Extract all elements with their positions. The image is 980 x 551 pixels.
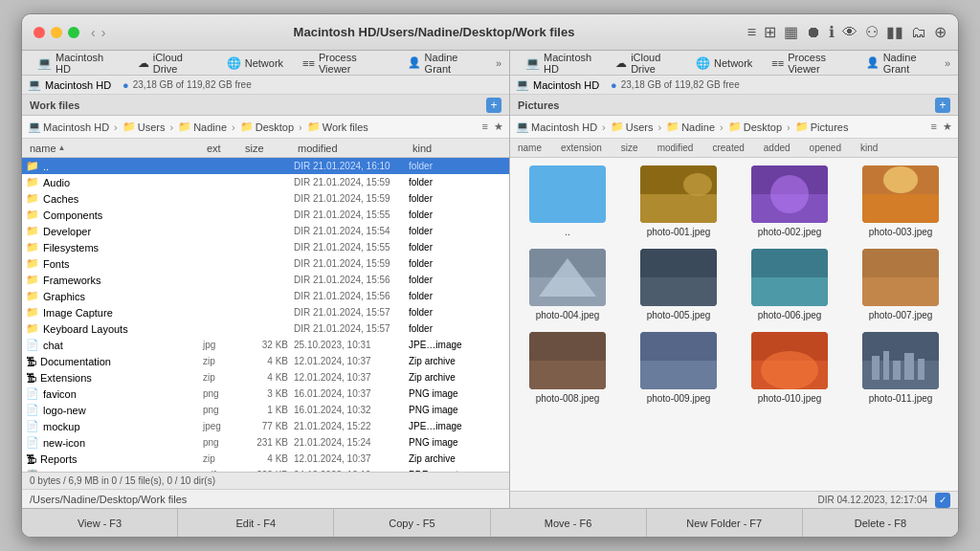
picture-item[interactable]: photo-010.jpeg [740,332,839,404]
right-tab-process[interactable]: ≡≡ Process Viewer [764,51,854,77]
more-icon[interactable]: ⊕ [934,23,947,41]
file-row[interactable]: 📁 Developer DIR 21.01.2024, 15:54 folder [22,223,509,239]
file-row[interactable]: 📄 mockup jpeg 77 KB 21.01.2024, 15:22 JP… [22,418,509,434]
column-view-icon[interactable]: ⊞ [764,23,776,41]
picture-item[interactable]: .. [518,165,617,237]
col-modified-header[interactable]: modified [294,143,409,154]
picture-item[interactable]: photo-004.jpeg [518,249,617,320]
binoculars-icon[interactable]: ⚇ [865,23,879,41]
file-row[interactable]: 📄 new-icon png 231 KB 21.01.2024, 15:24 … [22,434,509,451]
file-row[interactable]: 📁 Fonts DIR 21.01.2024, 15:59 folder [22,255,509,272]
toolbar-move-btn[interactable]: Move - F6 [491,509,647,537]
picture-item[interactable]: photo-005.jpeg [629,249,728,320]
file-name-text: Graphics [43,291,85,302]
picture-item[interactable]: photo-007.jpeg [851,249,950,320]
svg-rect-30 [904,353,914,380]
right-bookmark-icon[interactable]: ★ [943,121,952,133]
back-arrow-icon[interactable]: ‹ [91,25,96,40]
right-view-toggle-icon[interactable]: ≡ [931,121,937,133]
right-breadcrumb-nadine[interactable]: 📁 Nadine [666,121,715,133]
maximize-button[interactable] [68,27,79,38]
toolbar-copy-btn[interactable]: Copy - F5 [334,509,490,537]
file-name-cell: 📁 Keyboard Layouts [26,322,203,335]
file-row[interactable]: 📁 .. DIR 21.01.2024, 16:10 folder [22,158,509,174]
right-breadcrumb-macintosh-icon: 💻 [516,121,529,133]
file-row[interactable]: 📄 logo-new png 1 KB 16.01.2024, 10:32 PN… [22,402,509,418]
file-row[interactable]: 📁 Image Capture DIR 21.01.2024, 15:57 fo… [22,304,509,320]
toolbar-edit-btn[interactable]: Edit - F4 [178,509,334,537]
picture-item[interactable]: photo-008.jpeg [518,332,617,404]
pic-label: photo-004.jpeg [536,310,600,320]
right-drive-name: Macintosh HD [533,79,599,91]
file-row[interactable]: 🗜 Reports zip 4 KB 12.01.2024, 10:37 Zip… [22,451,509,467]
file-kind-cell: Zip archive [409,453,485,464]
grid-view-icon[interactable]: ▦ [784,23,798,41]
right-breadcrumb-macintosh[interactable]: 💻 Macintosh HD [516,121,597,133]
right-breadcrumb-desktop[interactable]: 📁 Desktop [728,121,782,133]
file-name-cell: 📁 Image Capture [26,306,203,319]
toolbar-new-folder-btn[interactable]: New Folder - F7 [647,509,803,537]
forward-arrow-icon[interactable]: › [101,25,106,40]
file-row[interactable]: 📁 Frameworks DIR 21.01.2024, 15:56 folde… [22,272,509,288]
right-panel: 💻 Macintosh HD ☁ iCloud Drive 🌐 Network … [510,51,958,508]
breadcrumb-folder-workfiles[interactable]: 📁 Work files [307,121,368,133]
right-tab-user[interactable]: 👤 Nadine Grant [858,51,941,77]
left-tab-macintosh-label: Macintosh HD [56,52,119,75]
left-tab-more[interactable]: » [496,57,501,69]
file-row[interactable]: 📁 Keyboard Layouts DIR 21.01.2024, 15:57… [22,320,509,337]
file-row[interactable]: 🗜 Extensions zip 4 KB 12.01.2024, 10:37 … [22,369,509,386]
minimize-button[interactable] [51,27,62,38]
toggle-icon[interactable]: ⏺ [806,24,821,41]
left-tab-macintosh[interactable]: 💻 Macintosh HD [30,51,126,77]
file-row[interactable]: 📄 favicon png 3 KB 16.01.2024, 10:37 PNG… [22,386,509,402]
bookmark-icon[interactable]: ★ [494,121,503,133]
left-tab-network[interactable]: 🌐 Network [219,55,291,72]
file-row[interactable]: 🗜 Documentation zip 4 KB 12.01.2024, 10:… [22,353,509,369]
right-breadcrumb-users[interactable]: 📁 Users [611,121,654,133]
picture-item[interactable]: photo-001.jpeg [629,165,728,237]
folder-icon[interactable]: 🗂 [911,24,926,41]
file-row[interactable]: 📁 Graphics DIR 21.01.2024, 15:56 folder [22,288,509,304]
right-panel-add-btn[interactable]: + [935,98,950,113]
info-icon[interactable]: ℹ [829,23,835,41]
col-ext-header[interactable]: ext [203,143,241,154]
eye-icon[interactable]: 👁 [842,24,858,41]
folder-users-icon: 📁 [122,121,136,133]
left-tab-user[interactable]: 👤 Nadine Grant [400,51,492,77]
breadcrumb-folder-users[interactable]: 📁 Users [122,121,166,133]
toolbar-view-btn[interactable]: View - F3 [22,509,178,537]
file-row[interactable]: 📁 Filesystems DIR 21.01.2024, 15:55 fold… [22,239,509,255]
left-tab-process[interactable]: ≡≡ Process Viewer [295,51,396,77]
view-toggle-icon[interactable]: ≡ [482,121,488,133]
picture-item[interactable]: photo-011.jpeg [851,332,950,404]
picture-item[interactable]: photo-006.jpeg [740,249,839,320]
right-tab-network[interactable]: 🌐 Network [688,55,760,72]
toolbar-delete-btn[interactable]: Delete - F8 [803,509,958,537]
picture-item[interactable]: photo-002.jpeg [740,165,839,237]
right-tab-macintosh[interactable]: 💻 Macintosh HD [518,51,604,77]
right-tab-more[interactable]: » [945,57,950,69]
breadcrumb-folder-nadine[interactable]: 📁 Nadine [178,121,227,133]
picture-item[interactable]: photo-009.jpeg [629,332,728,404]
picture-item[interactable]: photo-003.jpeg [851,165,950,237]
col-size-header[interactable]: size [241,143,294,154]
close-button[interactable] [33,27,45,38]
panel-icon[interactable]: ▮▮ [886,23,903,41]
breadcrumb-folder-desktop[interactable]: 📁 Desktop [240,121,294,133]
left-panel-add-btn[interactable]: + [486,98,501,113]
file-row[interactable]: 📁 Audio DIR 21.01.2024, 15:59 folder [22,174,509,190]
file-row[interactable]: 📁 Components DIR 21.01.2024, 15:55 folde… [22,207,509,223]
file-row[interactable]: 📄 chat jpg 32 KB 25.10.2023, 10:31 JPE…i… [22,337,509,353]
col-kind-header[interactable]: kind [409,143,485,154]
right-panel-title: Pictures [518,99,559,111]
file-name-text: Documentation [40,356,111,367]
file-ext-cell: png [203,437,241,448]
breadcrumb-macintosh[interactable]: 💻 Macintosh HD [28,121,109,133]
file-row[interactable]: 📁 Caches DIR 21.01.2024, 15:59 folder [22,190,509,207]
right-breadcrumb-pictures[interactable]: 📁 Pictures [795,121,849,133]
list-view-icon[interactable]: ≡ [747,24,756,41]
right-sync-btn[interactable]: ✓ [935,493,950,508]
left-tab-icloud[interactable]: ☁ iCloud Drive [130,51,215,77]
right-tab-icloud[interactable]: ☁ iCloud Drive [608,51,684,77]
col-name-header[interactable]: name ▲ [26,143,203,154]
